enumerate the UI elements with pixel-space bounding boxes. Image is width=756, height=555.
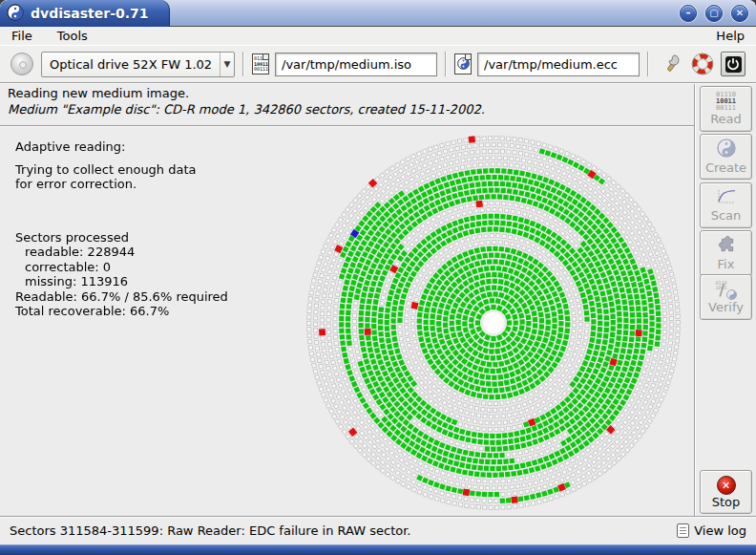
fix-puzzle-icon [717, 235, 736, 257]
title-tab: dvdisaster-0.71 [0, 0, 170, 27]
scan-curve-icon [716, 188, 737, 208]
panel-desc: Trying to collect enough data [15, 162, 228, 178]
main-content: Adaptive reading: Trying to collect enou… [0, 128, 695, 516]
help-lifebuoy-icon[interactable] [690, 52, 715, 76]
sectors-readable: readable: 228944 [15, 245, 228, 260]
quit-button[interactable] [721, 52, 746, 76]
stop-icon: ✕ [717, 476, 736, 495]
stop-label: Stop [712, 495, 741, 509]
log-list-icon [677, 523, 689, 538]
app-window: dvdisaster-0.71 – ▢ ✕ File Tools Help Op… [0, 0, 756, 555]
chevron-down-icon: ▼ [220, 53, 234, 76]
panel-desc: for error correction. [15, 177, 228, 192]
toolbar-separator [445, 52, 447, 76]
optical-drive-icon [10, 53, 33, 75]
medium-info-text: Medium "Example disc": CD-R mode 1, 3428… [8, 102, 689, 117]
ecc-file-icon [454, 53, 472, 75]
sectors-correctable: correctable: 0 [15, 260, 228, 275]
readable-percentage: Readable: 66.7% / 85.6% required [15, 289, 228, 305]
title-bar[interactable]: dvdisaster-0.71 – ▢ ✕ [0, 0, 756, 27]
menu-bar: File Tools Help [0, 27, 756, 46]
verify-button[interactable]: 0110 1001 ∕ Verify [700, 274, 752, 320]
preferences-wrench-icon[interactable] [660, 52, 684, 76]
toolbar-separator [647, 52, 649, 76]
fix-label: Fix [718, 257, 735, 271]
drive-selector[interactable]: Optical drive 52X FW 1.02 ▼ [41, 52, 235, 77]
create-button[interactable]: Create [700, 134, 752, 180]
stop-button[interactable]: ✕ Stop [700, 470, 752, 514]
fix-button[interactable]: Fix [700, 230, 752, 276]
action-status-text: Reading new medium image. [8, 86, 689, 100]
menu-file[interactable]: File [10, 28, 34, 44]
image-file-icon: 011 10011 00111 [252, 53, 269, 75]
read-button[interactable]: 01110 10011 00111 Read [700, 86, 752, 132]
sectors-missing: missing: 113916 [15, 274, 228, 289]
maximize-button[interactable]: ▢ [705, 5, 723, 22]
window-title: dvdisaster-0.71 [31, 6, 149, 21]
scan-button[interactable]: Scan [700, 182, 752, 228]
verify-compare-icon: 0110 1001 ∕ [716, 281, 737, 300]
close-button[interactable]: ✕ [731, 5, 748, 22]
window-bottom-edge [0, 544, 756, 555]
separator [0, 82, 756, 84]
minimize-button[interactable]: – [680, 5, 697, 22]
read-label: Read [710, 112, 742, 126]
view-log-label: View log [694, 523, 746, 538]
scan-label: Scan [711, 208, 742, 223]
status-header: Reading new medium image. Medium "Exampl… [8, 86, 689, 117]
drive-selector-value: Optical drive 52X FW 1.02 [42, 57, 220, 72]
view-log-button[interactable]: View log [677, 523, 746, 538]
app-logo-yinyang-icon [7, 4, 24, 24]
ecc-path-field[interactable] [477, 53, 640, 76]
create-yinyang-icon [717, 139, 736, 160]
create-label: Create [705, 160, 746, 175]
read-icon: 01110 10011 00111 [716, 92, 736, 112]
panel-title: Adaptive reading: [15, 139, 228, 155]
status-message: Sectors 311584-311599: Raw Reader: EDC f… [10, 523, 410, 538]
sectors-title: Sectors processed [15, 230, 228, 245]
separator [0, 125, 695, 127]
total-recoverable: Total recoverable: 66.7% [15, 304, 228, 319]
power-icon [725, 56, 742, 73]
verify-label: Verify [708, 300, 744, 314]
menu-help[interactable]: Help [714, 28, 746, 44]
reading-info-panel: Adaptive reading: Trying to collect enou… [15, 139, 228, 319]
status-bar: Sectors 311584-311599: Raw Reader: EDC f… [0, 516, 756, 544]
doc-row: 00111 [254, 67, 267, 73]
toolbar-separator [242, 52, 244, 76]
separator [694, 84, 696, 516]
menu-tools[interactable]: Tools [55, 28, 90, 44]
toolbar: Optical drive 52X FW 1.02 ▼ 011 10011 00… [0, 46, 756, 82]
action-sidebar: 01110 10011 00111 Read Create [697, 84, 756, 516]
iso-path-field[interactable] [275, 53, 437, 76]
